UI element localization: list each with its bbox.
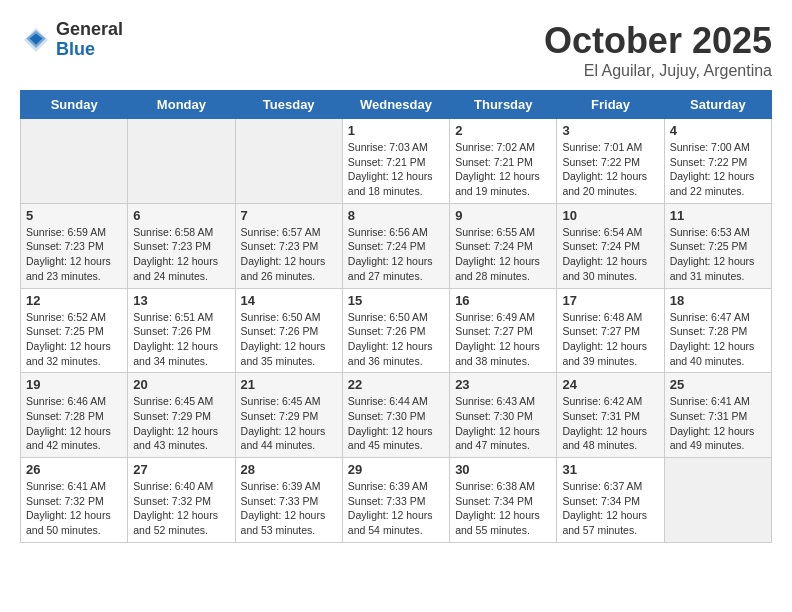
day-number: 18 [670, 293, 766, 308]
day-number: 25 [670, 377, 766, 392]
day-number: 2 [455, 123, 551, 138]
day-number: 5 [26, 208, 122, 223]
calendar-day-cell: 4Sunrise: 7:00 AM Sunset: 7:22 PM Daylig… [664, 119, 771, 204]
day-info: Sunrise: 6:56 AM Sunset: 7:24 PM Dayligh… [348, 225, 444, 284]
day-number: 3 [562, 123, 658, 138]
day-info: Sunrise: 7:03 AM Sunset: 7:21 PM Dayligh… [348, 140, 444, 199]
day-number: 14 [241, 293, 337, 308]
calendar-day-cell: 22Sunrise: 6:44 AM Sunset: 7:30 PM Dayli… [342, 373, 449, 458]
day-info: Sunrise: 6:42 AM Sunset: 7:31 PM Dayligh… [562, 394, 658, 453]
day-info: Sunrise: 6:45 AM Sunset: 7:29 PM Dayligh… [241, 394, 337, 453]
day-number: 15 [348, 293, 444, 308]
calendar-day-cell: 25Sunrise: 6:41 AM Sunset: 7:31 PM Dayli… [664, 373, 771, 458]
day-number: 27 [133, 462, 229, 477]
calendar-day-cell: 8Sunrise: 6:56 AM Sunset: 7:24 PM Daylig… [342, 203, 449, 288]
day-number: 17 [562, 293, 658, 308]
calendar-day-cell: 27Sunrise: 6:40 AM Sunset: 7:32 PM Dayli… [128, 458, 235, 543]
day-info: Sunrise: 6:41 AM Sunset: 7:31 PM Dayligh… [670, 394, 766, 453]
calendar-day-cell: 10Sunrise: 6:54 AM Sunset: 7:24 PM Dayli… [557, 203, 664, 288]
calendar-day-cell [235, 119, 342, 204]
calendar-day-cell: 18Sunrise: 6:47 AM Sunset: 7:28 PM Dayli… [664, 288, 771, 373]
calendar-day-cell: 23Sunrise: 6:43 AM Sunset: 7:30 PM Dayli… [450, 373, 557, 458]
day-number: 11 [670, 208, 766, 223]
calendar-day-cell [664, 458, 771, 543]
day-of-week-header: Tuesday [235, 91, 342, 119]
calendar-day-cell: 30Sunrise: 6:38 AM Sunset: 7:34 PM Dayli… [450, 458, 557, 543]
calendar-header-row: SundayMondayTuesdayWednesdayThursdayFrid… [21, 91, 772, 119]
day-number: 30 [455, 462, 551, 477]
calendar-day-cell: 16Sunrise: 6:49 AM Sunset: 7:27 PM Dayli… [450, 288, 557, 373]
day-info: Sunrise: 6:38 AM Sunset: 7:34 PM Dayligh… [455, 479, 551, 538]
calendar-day-cell: 7Sunrise: 6:57 AM Sunset: 7:23 PM Daylig… [235, 203, 342, 288]
day-info: Sunrise: 7:01 AM Sunset: 7:22 PM Dayligh… [562, 140, 658, 199]
day-number: 24 [562, 377, 658, 392]
day-of-week-header: Wednesday [342, 91, 449, 119]
day-number: 26 [26, 462, 122, 477]
calendar-day-cell: 15Sunrise: 6:50 AM Sunset: 7:26 PM Dayli… [342, 288, 449, 373]
calendar-day-cell: 2Sunrise: 7:02 AM Sunset: 7:21 PM Daylig… [450, 119, 557, 204]
calendar-day-cell: 12Sunrise: 6:52 AM Sunset: 7:25 PM Dayli… [21, 288, 128, 373]
day-number: 10 [562, 208, 658, 223]
day-of-week-header: Saturday [664, 91, 771, 119]
calendar-day-cell: 21Sunrise: 6:45 AM Sunset: 7:29 PM Dayli… [235, 373, 342, 458]
day-number: 13 [133, 293, 229, 308]
day-number: 28 [241, 462, 337, 477]
day-info: Sunrise: 6:49 AM Sunset: 7:27 PM Dayligh… [455, 310, 551, 369]
calendar-day-cell: 19Sunrise: 6:46 AM Sunset: 7:28 PM Dayli… [21, 373, 128, 458]
calendar-day-cell: 14Sunrise: 6:50 AM Sunset: 7:26 PM Dayli… [235, 288, 342, 373]
day-number: 4 [670, 123, 766, 138]
calendar-day-cell: 6Sunrise: 6:58 AM Sunset: 7:23 PM Daylig… [128, 203, 235, 288]
day-info: Sunrise: 6:45 AM Sunset: 7:29 PM Dayligh… [133, 394, 229, 453]
day-info: Sunrise: 6:59 AM Sunset: 7:23 PM Dayligh… [26, 225, 122, 284]
day-info: Sunrise: 6:52 AM Sunset: 7:25 PM Dayligh… [26, 310, 122, 369]
calendar-day-cell: 31Sunrise: 6:37 AM Sunset: 7:34 PM Dayli… [557, 458, 664, 543]
day-info: Sunrise: 6:48 AM Sunset: 7:27 PM Dayligh… [562, 310, 658, 369]
day-of-week-header: Friday [557, 91, 664, 119]
day-of-week-header: Monday [128, 91, 235, 119]
day-of-week-header: Sunday [21, 91, 128, 119]
calendar-week-row: 5Sunrise: 6:59 AM Sunset: 7:23 PM Daylig… [21, 203, 772, 288]
logo-icon [20, 24, 52, 56]
day-info: Sunrise: 6:40 AM Sunset: 7:32 PM Dayligh… [133, 479, 229, 538]
day-number: 19 [26, 377, 122, 392]
day-number: 21 [241, 377, 337, 392]
month-title: October 2025 [544, 20, 772, 62]
day-number: 22 [348, 377, 444, 392]
day-info: Sunrise: 6:39 AM Sunset: 7:33 PM Dayligh… [241, 479, 337, 538]
calendar-day-cell: 13Sunrise: 6:51 AM Sunset: 7:26 PM Dayli… [128, 288, 235, 373]
logo-blue: Blue [56, 40, 123, 60]
calendar-day-cell: 3Sunrise: 7:01 AM Sunset: 7:22 PM Daylig… [557, 119, 664, 204]
calendar-day-cell [128, 119, 235, 204]
day-number: 9 [455, 208, 551, 223]
day-info: Sunrise: 6:50 AM Sunset: 7:26 PM Dayligh… [348, 310, 444, 369]
calendar-day-cell: 28Sunrise: 6:39 AM Sunset: 7:33 PM Dayli… [235, 458, 342, 543]
calendar-day-cell: 9Sunrise: 6:55 AM Sunset: 7:24 PM Daylig… [450, 203, 557, 288]
day-info: Sunrise: 6:37 AM Sunset: 7:34 PM Dayligh… [562, 479, 658, 538]
calendar-day-cell: 26Sunrise: 6:41 AM Sunset: 7:32 PM Dayli… [21, 458, 128, 543]
day-info: Sunrise: 6:39 AM Sunset: 7:33 PM Dayligh… [348, 479, 444, 538]
day-number: 6 [133, 208, 229, 223]
day-info: Sunrise: 6:54 AM Sunset: 7:24 PM Dayligh… [562, 225, 658, 284]
day-info: Sunrise: 6:47 AM Sunset: 7:28 PM Dayligh… [670, 310, 766, 369]
calendar-week-row: 19Sunrise: 6:46 AM Sunset: 7:28 PM Dayli… [21, 373, 772, 458]
day-info: Sunrise: 7:00 AM Sunset: 7:22 PM Dayligh… [670, 140, 766, 199]
calendar-day-cell [21, 119, 128, 204]
day-info: Sunrise: 6:51 AM Sunset: 7:26 PM Dayligh… [133, 310, 229, 369]
title-area: October 2025 El Aguilar, Jujuy, Argentin… [544, 20, 772, 80]
day-info: Sunrise: 7:02 AM Sunset: 7:21 PM Dayligh… [455, 140, 551, 199]
calendar-day-cell: 1Sunrise: 7:03 AM Sunset: 7:21 PM Daylig… [342, 119, 449, 204]
day-number: 20 [133, 377, 229, 392]
calendar-day-cell: 11Sunrise: 6:53 AM Sunset: 7:25 PM Dayli… [664, 203, 771, 288]
day-info: Sunrise: 6:58 AM Sunset: 7:23 PM Dayligh… [133, 225, 229, 284]
day-info: Sunrise: 6:53 AM Sunset: 7:25 PM Dayligh… [670, 225, 766, 284]
day-number: 7 [241, 208, 337, 223]
calendar-week-row: 26Sunrise: 6:41 AM Sunset: 7:32 PM Dayli… [21, 458, 772, 543]
day-number: 16 [455, 293, 551, 308]
day-info: Sunrise: 6:41 AM Sunset: 7:32 PM Dayligh… [26, 479, 122, 538]
day-info: Sunrise: 6:50 AM Sunset: 7:26 PM Dayligh… [241, 310, 337, 369]
calendar-day-cell: 5Sunrise: 6:59 AM Sunset: 7:23 PM Daylig… [21, 203, 128, 288]
calendar-week-row: 1Sunrise: 7:03 AM Sunset: 7:21 PM Daylig… [21, 119, 772, 204]
header: General Blue October 2025 El Aguilar, Ju… [20, 20, 772, 80]
day-info: Sunrise: 6:43 AM Sunset: 7:30 PM Dayligh… [455, 394, 551, 453]
day-info: Sunrise: 6:55 AM Sunset: 7:24 PM Dayligh… [455, 225, 551, 284]
